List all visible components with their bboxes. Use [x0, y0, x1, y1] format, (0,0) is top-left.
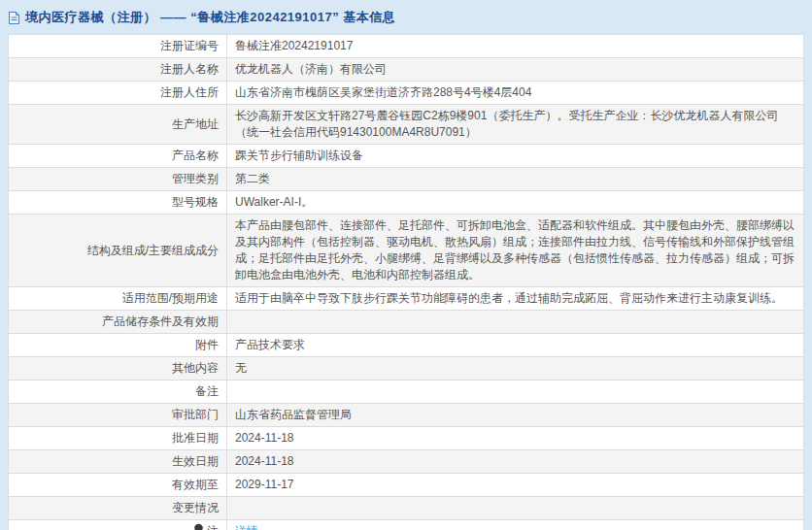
row-value-note: 详情 [227, 520, 804, 530]
row-label-note: 注 [9, 520, 227, 530]
table-row: 有效期至 2029-11-17 [9, 474, 804, 497]
row-label-change-status: 变更情况 [9, 497, 227, 520]
row-label-product-name: 产品名称 [9, 145, 227, 168]
row-value-intended-use: 适用于由脑卒中导致下肢步行踝关节功能障碍的患者，通过辅助完成跖屈、背屈动作来进行… [227, 287, 804, 311]
row-value-registrant-address: 山东省济南市槐荫区吴家堡街道济齐路288号4号楼4层404 [227, 82, 804, 105]
registration-info-table: 注册证编号 鲁械注准20242191017 注册人名称 优龙机器人（济南）有限公… [8, 34, 804, 530]
row-value-storage-validity [227, 311, 804, 334]
table-row: 附件 产品技术要求 [9, 334, 804, 357]
table-row: 批准日期 2024-11-18 [9, 427, 804, 450]
table-row: 备注 [9, 381, 804, 404]
row-value-remarks [227, 381, 804, 404]
row-value-registrant-name: 优龙机器人（济南）有限公司 [227, 58, 804, 82]
row-label-storage-validity: 产品储存条件及有效期 [9, 311, 227, 334]
document-icon [8, 11, 20, 25]
table-row: 型号规格 UWalker-AI-I。 [9, 191, 804, 215]
table-row: 管理类别 第二类 [9, 168, 804, 191]
row-label-model-spec: 型号规格 [9, 191, 227, 215]
row-label-other-content: 其他内容 [9, 357, 227, 381]
note-icon [193, 523, 204, 530]
table-row: 审批部门 山东省药品监督管理局 [9, 404, 804, 427]
row-label-remarks: 备注 [9, 381, 227, 404]
table-row: 注 详情 [9, 520, 804, 530]
row-label-approval-date: 批准日期 [9, 427, 227, 450]
row-label-management-category: 管理类别 [9, 168, 227, 191]
row-value-other-content: 无 [227, 357, 804, 381]
table-row: 注册人住所 山东省济南市槐荫区吴家堡街道济齐路288号4号楼4层404 [9, 82, 804, 105]
row-value-expiry-date: 2029-11-17 [227, 474, 804, 497]
table-row: 其他内容 无 [9, 357, 804, 381]
row-value-attachment: 产品技术要求 [227, 334, 804, 357]
row-value-model-spec: UWalker-AI-I。 [227, 191, 804, 215]
page-header: 境内医疗器械（注册） —— “鲁械注准20242191017” 基本信息 [0, 0, 812, 34]
row-label-registrant-address: 注册人住所 [9, 82, 227, 105]
table-row: 产品名称 踝关节步行辅助训练设备 [9, 145, 804, 168]
row-value-production-address: 长沙高新开发区文轩路27号麓谷钰园C2栋9楼901（委托生产）。受托生产企业：长… [227, 105, 804, 145]
row-label-expiry-date: 有效期至 [9, 474, 227, 497]
row-label-approval-department: 审批部门 [9, 404, 227, 427]
table-row: 注册人名称 优龙机器人（济南）有限公司 [9, 58, 804, 82]
row-value-registration-number: 鲁械注准20242191017 [227, 35, 804, 58]
row-value-management-category: 第二类 [227, 168, 804, 191]
table-row: 生效日期 2024-11-18 [9, 450, 804, 474]
row-value-approval-department: 山东省药品监督管理局 [227, 404, 804, 427]
page-title: 境内医疗器械（注册） —— “鲁械注准20242191017” 基本信息 [25, 9, 395, 26]
row-label-registration-number: 注册证编号 [9, 35, 227, 58]
table-row: 生产地址 长沙高新开发区文轩路27号麓谷钰园C2栋9楼901（委托生产）。受托生… [9, 105, 804, 145]
table-row: 注册证编号 鲁械注准20242191017 [9, 35, 804, 58]
row-value-structure-composition: 本产品由腰包部件、连接部件、足托部件、可拆卸电池盒、适配器和软件组成。其中腰包由… [227, 215, 804, 287]
row-value-product-name: 踝关节步行辅助训练设备 [227, 145, 804, 168]
row-value-approval-date: 2024-11-18 [227, 427, 804, 450]
row-label-effective-date: 生效日期 [9, 450, 227, 474]
row-label-registrant-name: 注册人名称 [9, 58, 227, 82]
detail-link[interactable]: 详情 [235, 524, 258, 530]
row-value-change-status [227, 497, 804, 520]
table-row: 适用范围/预期用途 适用于由脑卒中导致下肢步行踝关节功能障碍的患者，通过辅助完成… [9, 287, 804, 311]
row-label-attachment: 附件 [9, 334, 227, 357]
row-label-intended-use: 适用范围/预期用途 [9, 287, 227, 311]
table-row: 产品储存条件及有效期 [9, 311, 804, 334]
table-row: 结构及组成/主要组成成分 本产品由腰包部件、连接部件、足托部件、可拆卸电池盒、适… [9, 215, 804, 287]
row-label-structure-composition: 结构及组成/主要组成成分 [9, 215, 227, 287]
row-value-effective-date: 2024-11-18 [227, 450, 804, 474]
note-label-text: 注 [207, 523, 219, 530]
row-label-production-address: 生产地址 [9, 105, 227, 145]
table-row: 变更情况 [9, 497, 804, 520]
